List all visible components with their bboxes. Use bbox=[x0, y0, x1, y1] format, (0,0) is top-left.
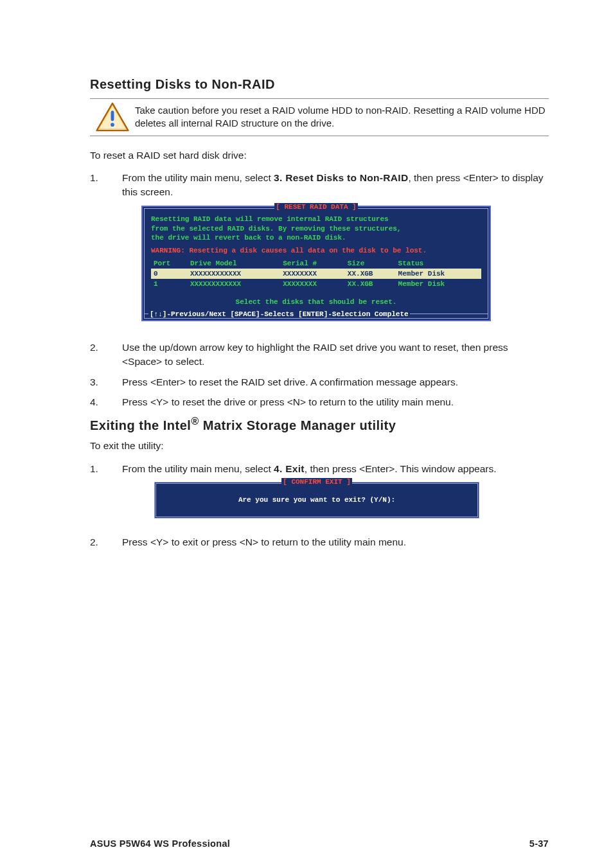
col-serial: Serial # bbox=[280, 258, 345, 269]
cell-serial: XXXXXXXX bbox=[280, 269, 345, 279]
section1-intro: To reset a RAID set hard disk drive: bbox=[90, 149, 549, 163]
step-1: 1. From the utility main menu, select 4.… bbox=[90, 462, 549, 476]
bios-warning: WARNING: Resetting a disk causes all dat… bbox=[151, 247, 481, 254]
step-2: 2. Press <Y> to exit or press <N> to ret… bbox=[90, 535, 549, 549]
heading-pre: Exiting the Intel bbox=[90, 418, 191, 432]
section2-steps: 1. From the utility main menu, select 4.… bbox=[90, 462, 549, 476]
caution-note: Take caution before you reset a RAID vol… bbox=[90, 98, 549, 136]
step-text: From the utility main menu, select 3. Re… bbox=[122, 171, 549, 199]
section2-intro: To exit the utility: bbox=[90, 439, 549, 453]
step-number: 2. bbox=[90, 535, 122, 549]
svg-rect-0 bbox=[111, 111, 114, 121]
step-3: 3. Press <Enter> to reset the RAID set d… bbox=[90, 375, 549, 389]
step-text-pre: From the utility main menu, select bbox=[122, 172, 274, 183]
section1-heading: Resetting Disks to Non-RAID bbox=[90, 77, 549, 92]
table-row[interactable]: 1 XXXXXXXXXXXX XXXXXXXX XX.XGB Member Di… bbox=[151, 279, 481, 289]
cell-model: XXXXXXXXXXXX bbox=[188, 279, 280, 289]
caution-text: Take caution before you reset a RAID vol… bbox=[135, 102, 549, 133]
step-text-post: , then press <Enter>. This window appear… bbox=[305, 463, 497, 474]
section1-steps-cont: 2. Use the up/down arrow key to highligh… bbox=[90, 341, 549, 409]
footer-left: ASUS P5W64 WS Professional bbox=[90, 838, 230, 849]
warning-icon bbox=[90, 102, 135, 132]
bios-msg-line3: the drive will revert back to a non-RAID… bbox=[151, 233, 481, 243]
cell-size: XX.XGB bbox=[345, 269, 396, 279]
bios-footer: [↑↓]-Previous/Next [SPACE]-Selects [ENTE… bbox=[148, 315, 484, 323]
col-model: Drive Model bbox=[188, 258, 280, 269]
bios-table-header: Port Drive Model Serial # Size Status bbox=[151, 258, 481, 269]
col-status: Status bbox=[396, 258, 481, 269]
step-number: 1. bbox=[90, 462, 122, 476]
step-text-bold: 3. Reset Disks to Non-RAID bbox=[274, 172, 408, 183]
table-row[interactable]: 0 XXXXXXXXXXXX XXXXXXXX XX.XGB Member Di… bbox=[151, 269, 481, 279]
heading-post: Matrix Storage Manager utility bbox=[199, 418, 396, 432]
cell-status: Member Disk bbox=[396, 279, 481, 289]
bios-title: [ RESET RAID DATA ] bbox=[145, 203, 488, 211]
cell-serial: XXXXXXXX bbox=[280, 279, 345, 289]
step-2: 2. Use the up/down arrow key to highligh… bbox=[90, 341, 549, 368]
step-text: Press <Y> to reset the drive or press <N… bbox=[122, 395, 549, 409]
heading-reg: ® bbox=[191, 416, 199, 427]
step-text-bold: 4. Exit bbox=[274, 463, 305, 474]
bios-msg-line1: Resetting RAID data will remove internal… bbox=[151, 215, 481, 224]
confirm-body: Are you sure you want to exit? (Y/N): bbox=[156, 486, 477, 517]
step-text: Press <Enter> to reset the RAID set driv… bbox=[122, 375, 549, 389]
page-footer: ASUS P5W64 WS Professional 5-37 bbox=[90, 838, 549, 849]
step-4: 4. Press <Y> to reset the drive or press… bbox=[90, 395, 549, 409]
svg-point-1 bbox=[111, 123, 114, 127]
bios-confirm-exit-panel: [ CONFIRM EXIT ] Are you sure you want t… bbox=[154, 482, 479, 518]
section2-heading: Exiting the Intel® Matrix Storage Manage… bbox=[90, 416, 549, 433]
section2-steps-cont: 2. Press <Y> to exit or press <N> to ret… bbox=[90, 535, 549, 549]
step-text: From the utility main menu, select 4. Ex… bbox=[122, 462, 549, 476]
step-number: 2. bbox=[90, 341, 122, 368]
col-port: Port bbox=[151, 258, 188, 269]
step-text: Press <Y> to exit or press <N> to return… bbox=[122, 535, 549, 549]
cell-status: Member Disk bbox=[396, 269, 481, 279]
step-number: 4. bbox=[90, 395, 122, 409]
cell-size: XX.XGB bbox=[345, 279, 396, 289]
bios-msg-line2: from the selected RAID disks. By removin… bbox=[151, 224, 481, 234]
step-1: 1. From the utility main menu, select 3.… bbox=[90, 171, 549, 199]
bios-disk-table: Port Drive Model Serial # Size Status 0 … bbox=[151, 258, 481, 289]
cell-port: 0 bbox=[151, 269, 188, 279]
section1-steps: 1. From the utility main menu, select 3.… bbox=[90, 171, 549, 199]
step-text: Use the up/down arrow key to highlight t… bbox=[122, 341, 549, 368]
bios-select-hint: Select the disks that should be reset. bbox=[151, 298, 481, 306]
col-size: Size bbox=[345, 258, 396, 269]
footer-right: 5-37 bbox=[529, 838, 549, 849]
step-number: 1. bbox=[90, 171, 122, 199]
step-number: 3. bbox=[90, 375, 122, 389]
cell-port: 1 bbox=[151, 279, 188, 289]
cell-model: XXXXXXXXXXXX bbox=[188, 269, 280, 279]
step-text-pre: From the utility main menu, select bbox=[122, 463, 274, 474]
confirm-title: [ CONFIRM EXIT ] bbox=[156, 478, 477, 486]
bios-reset-panel: [ RESET RAID DATA ] Resetting RAID data … bbox=[141, 206, 491, 322]
